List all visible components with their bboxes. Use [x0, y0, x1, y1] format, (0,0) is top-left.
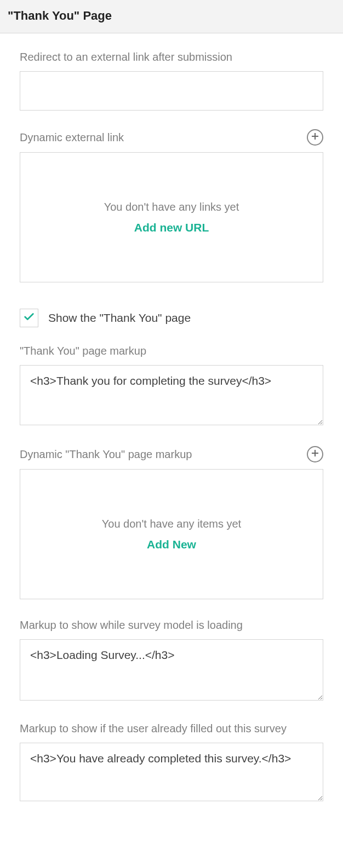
show-thank-you-label: Show the "Thank You" page	[48, 311, 191, 325]
add-dynamic-link-button[interactable]	[307, 129, 323, 146]
already-label: Markup to show if the user already fille…	[20, 721, 287, 736]
redirect-label: Redirect to an external link after submi…	[20, 50, 232, 65]
markup-textarea[interactable]	[20, 365, 323, 425]
page-title: "Thank You" Page	[0, 0, 343, 33]
already-textarea[interactable]	[20, 743, 323, 801]
show-thank-you-checkbox[interactable]	[20, 309, 38, 327]
dynamic-link-empty-text: You don't have any links yet	[104, 201, 239, 213]
redirect-input[interactable]	[20, 71, 323, 111]
check-icon	[23, 311, 35, 325]
plus-icon	[311, 132, 319, 143]
dynamic-link-empty: You don't have any links yet Add new URL	[20, 152, 323, 282]
dynamic-link-label: Dynamic external link	[20, 130, 124, 145]
add-dynamic-markup-button[interactable]	[307, 446, 323, 462]
plus-icon	[311, 449, 319, 460]
dynamic-markup-empty-text: You don't have any items yet	[102, 518, 241, 530]
dynamic-markup-label: Dynamic "Thank You" page markup	[20, 447, 192, 462]
loading-textarea[interactable]	[20, 639, 323, 701]
add-new-link[interactable]: Add New	[147, 538, 196, 551]
add-new-url-link[interactable]: Add new URL	[134, 221, 209, 234]
loading-label: Markup to show while survey model is loa…	[20, 618, 243, 633]
markup-label: "Thank You" page markup	[20, 344, 146, 358]
dynamic-markup-empty: You don't have any items yet Add New	[20, 469, 323, 599]
